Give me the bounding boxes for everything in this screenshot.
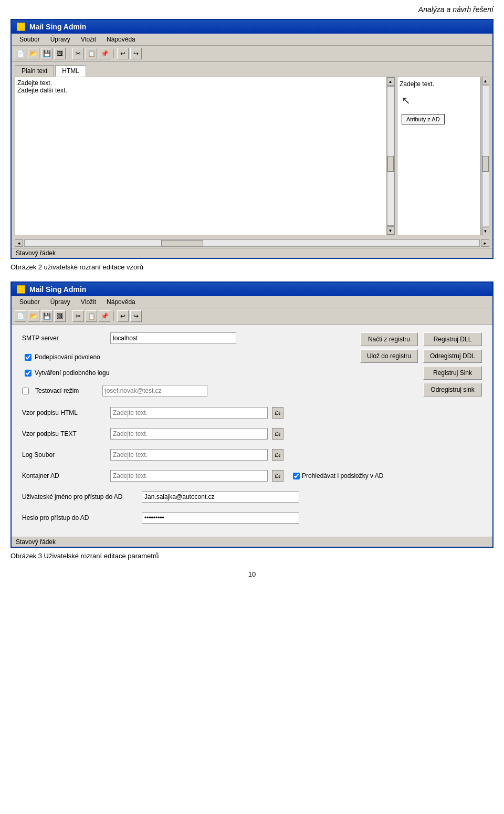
vytvareni-checkbox[interactable] [25,370,32,377]
page-number: 10 [10,570,494,578]
vzor-text-folder-btn[interactable]: 🗂 [272,428,284,440]
settings-content: SMTP server Podepisování povoleno Vytvář… [12,325,492,537]
toolbar-open[interactable]: 📂 [28,48,39,59]
nacti-btn[interactable]: Načti z registru [360,332,418,346]
testovaci-checkbox[interactable] [22,388,29,394]
vzor-html-folder-btn[interactable]: 🗂 [272,407,284,419]
editor-right-content: Zadejte text. ↖ Atributy z AD [397,77,481,235]
toolbar-paste[interactable]: 📌 [99,48,110,59]
w2-toolbar-save[interactable]: 💾 [41,310,52,322]
window1-statusbar: Stavový řádek [12,248,492,258]
scrollbar-up-btn[interactable]: ▲ [387,77,394,86]
log-input[interactable] [110,449,268,461]
testovaci-label: Testovací režim [35,387,98,394]
testovaci-row: Testovací režim [22,385,355,396]
scrollbar-down-btn[interactable]: ▼ [387,226,394,235]
tab-plaintext[interactable]: Plain text [15,65,54,77]
vzor-text-label: Vzor podpisu TEXT [22,430,106,437]
podepisovani-checkbox[interactable] [25,354,32,361]
window1-menubar: Soubor Úpravy Vložit Nápověda [12,34,492,46]
menu-upravy[interactable]: Úpravy [45,35,76,44]
h-scrollbar: ◄ ► [12,238,492,248]
w2-toolbar-cut[interactable]: ✂ [72,310,84,322]
heslo-input[interactable] [142,512,299,524]
figure-caption-1: Obrázek 2 uživatelské rozraní editace vz… [10,263,494,271]
atributy-button[interactable]: Atributy z AD [402,114,445,124]
toolbar-sep1 [69,49,69,58]
menu-napoveda[interactable]: Nápověda [101,35,141,44]
right-scrollbar-down[interactable]: ▼ [482,227,489,235]
editor-vscrollbar[interactable]: ▲ ▼ [386,77,394,235]
w2-toolbar-paste[interactable]: 📌 [99,310,110,322]
window1-toolbar: 📄 📂 💾 🖼 ✂ 📋 📌 ↩ ↪ [12,46,492,62]
window2-toolbar: 📄 📂 💾 🖼 ✂ 📋 📌 ↩ ↪ [12,308,492,325]
toolbar-redo[interactable]: ↪ [130,48,142,59]
h-scroll-right-btn[interactable]: ► [481,239,489,247]
right-vscrollbar[interactable]: ▲ ▼ [481,77,489,235]
podepisovani-row: Podepisování povoleno [22,353,355,361]
editor-left-panel: ▲ ▼ [15,77,395,235]
right-scrollbar-up[interactable]: ▲ [482,77,489,85]
editor-textarea[interactable] [15,77,386,235]
vzor-html-row: Vzor podpisu HTML 🗂 [22,407,482,419]
window1-title: Mail Sing Admin [29,23,86,31]
window2-menubar: Soubor Úpravy Vložit Nápověda [12,296,492,308]
toolbar-new[interactable]: 📄 [15,48,26,59]
registruj-dll-btn[interactable]: Registruj DLL [423,332,482,346]
registruj-sink-btn[interactable]: Registruj Sink [423,366,482,380]
vzor-text-row: Vzor podpisu TEXT 🗂 [22,428,482,440]
heslo-row: Heslo pro přístup do AD [22,512,482,524]
window1-icon [17,23,25,31]
right-panel: Zadejte text. ↖ Atributy z AD ▲ ▼ [397,77,489,235]
w2-toolbar-new[interactable]: 📄 [15,310,26,322]
testovaci-input[interactable] [102,385,207,396]
log-folder-btn[interactable]: 🗂 [272,449,284,461]
w2-menu-vlozit[interactable]: Vložit [76,297,101,307]
w2-toolbar-copy[interactable]: 📋 [86,310,97,322]
kontajner-input[interactable] [110,470,268,482]
smtp-input[interactable] [110,332,236,344]
tab-bar: Plain text HTML [12,62,492,77]
prohledavat-checkbox[interactable] [293,473,300,479]
w2-toolbar-redo[interactable]: ↪ [130,310,142,322]
w2-toolbar-open[interactable]: 📂 [28,310,39,322]
h-scroll-thumb[interactable] [161,240,203,246]
uzivatelske-input[interactable] [142,491,299,503]
heslo-label: Heslo pro přístup do AD [22,514,138,521]
toolbar-save[interactable]: 💾 [41,48,52,59]
vzor-text-input[interactable] [110,428,268,440]
menu-vlozit[interactable]: Vložit [76,35,101,44]
w2-menu-soubor[interactable]: Soubor [14,297,45,307]
smtp-label: SMTP server [22,335,106,342]
w2-toolbar-undo[interactable]: ↩ [117,310,129,322]
figure-caption-2: Obrázek 3 Uživatelské rozraní editace pa… [10,552,494,560]
h-scroll-track[interactable] [24,239,480,247]
right-text: Zadejte text. [400,79,478,89]
uzivatelske-label: Uživateské jméno pro přístup do AD [22,493,138,500]
toolbar-img[interactable]: 🖼 [54,48,66,59]
kontajner-row: Kontajner AD 🗂 Prohledávat i podsložky v… [22,470,482,482]
h-scroll-left-btn[interactable]: ◄ [15,239,23,247]
vzor-html-input[interactable] [110,407,268,419]
toolbar-sep2 [113,49,114,58]
vytvareni-row: Vytváření podlobného logu [22,369,355,377]
w2-toolbar-img[interactable]: 🖼 [54,310,66,322]
odregistruj-ddl-btn[interactable]: Odregistruj DDL [423,349,482,363]
right-scrollbar-thumb[interactable] [482,156,489,172]
podepisovani-label: Podepisování povoleno [35,353,100,361]
menu-soubor[interactable]: Soubor [14,35,45,44]
w2-menu-upravy[interactable]: Úpravy [45,297,76,307]
tab-html[interactable]: HTML [55,65,86,77]
log-row: Log Soubor 🗂 [22,449,482,461]
toolbar-copy[interactable]: 📋 [86,48,97,59]
scrollbar-thumb[interactable] [387,156,394,172]
scrollbar-track[interactable] [387,86,394,226]
toolbar-cut[interactable]: ✂ [72,48,84,59]
odregistruj-sink-btn[interactable]: Odregistruj sink [423,383,482,396]
uloz-btn[interactable]: Ulož do registru [360,349,418,363]
w2-menu-napoveda[interactable]: Nápověda [101,297,141,307]
toolbar-undo[interactable]: ↩ [117,48,129,59]
window1-titlebar: Mail Sing Admin [12,20,492,34]
kontajner-folder-btn[interactable]: 🗂 [272,470,284,482]
right-scrollbar-track[interactable] [482,86,489,226]
